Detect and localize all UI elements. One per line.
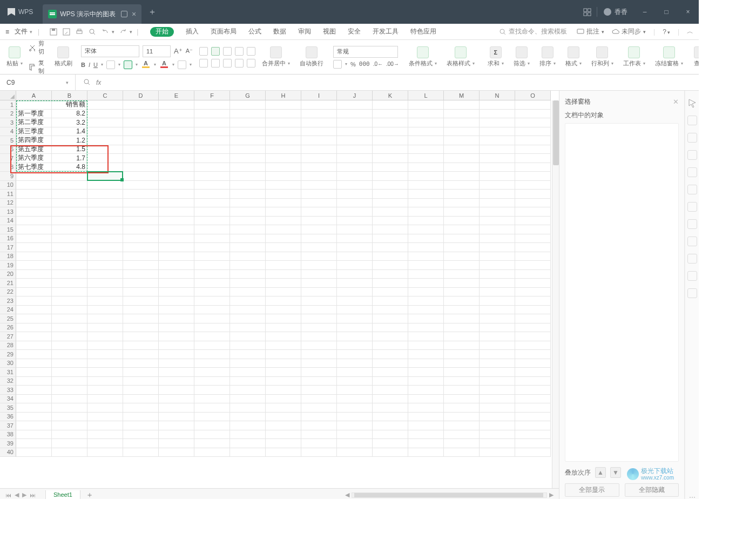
cell[interactable] (337, 270, 373, 279)
cell[interactable] (444, 350, 480, 359)
cell[interactable] (373, 190, 408, 199)
cell[interactable] (266, 368, 301, 377)
column-header[interactable]: D (123, 91, 159, 100)
cell[interactable] (87, 430, 123, 440)
font-name-select[interactable] (81, 45, 139, 57)
tab-view[interactable]: 视图 (323, 24, 336, 40)
row-header[interactable]: 11 (0, 190, 16, 199)
cell[interactable] (159, 377, 194, 386)
cell[interactable] (16, 350, 52, 359)
cell[interactable] (444, 172, 480, 181)
cell[interactable] (194, 118, 230, 127)
cell[interactable] (16, 190, 52, 199)
cell[interactable] (337, 323, 373, 333)
cell[interactable] (444, 430, 480, 440)
cell[interactable] (444, 323, 480, 333)
hide-all-button[interactable]: 全部隐藏 (625, 483, 679, 497)
row-header[interactable]: 2 (0, 110, 16, 119)
cell[interactable] (16, 225, 52, 234)
cell[interactable] (373, 261, 408, 270)
cell[interactable] (123, 288, 159, 297)
align-right-icon[interactable] (223, 59, 232, 68)
rowcol-button[interactable]: 行和列 (588, 46, 617, 68)
column-header[interactable]: I (301, 91, 337, 100)
align-middle-icon[interactable] (211, 47, 220, 56)
cell[interactable] (301, 386, 337, 395)
cell[interactable] (123, 279, 159, 288)
cell[interactable] (480, 225, 515, 234)
row-header[interactable]: 32 (0, 377, 16, 386)
cell[interactable] (194, 199, 230, 208)
cell[interactable] (408, 288, 444, 297)
cursor-select-icon[interactable] (687, 98, 697, 108)
cell[interactable] (123, 386, 159, 395)
row-header[interactable]: 35 (0, 403, 16, 413)
cell[interactable] (266, 332, 301, 341)
cell[interactable] (266, 377, 301, 386)
close-window-button[interactable]: × (677, 0, 699, 24)
cell[interactable] (230, 261, 266, 270)
column-header[interactable]: F (194, 91, 230, 100)
cell[interactable] (444, 252, 480, 261)
cell[interactable] (194, 207, 230, 217)
cell[interactable] (16, 448, 52, 457)
cell[interactable] (194, 430, 230, 440)
cell[interactable] (52, 430, 87, 440)
cell[interactable] (123, 270, 159, 279)
cell[interactable] (159, 323, 194, 333)
cell[interactable] (515, 110, 551, 119)
font-size-select[interactable] (143, 45, 171, 57)
cell[interactable] (408, 359, 444, 368)
cell[interactable] (194, 350, 230, 359)
sheet-nav-prev-icon[interactable]: ◀ (15, 491, 19, 498)
cell[interactable] (480, 243, 515, 252)
cell[interactable] (194, 234, 230, 244)
cell[interactable] (337, 100, 373, 110)
cell[interactable] (87, 190, 123, 199)
cell[interactable] (194, 100, 230, 110)
cell[interactable] (444, 234, 480, 244)
cell[interactable] (373, 377, 408, 386)
cell[interactable] (230, 368, 266, 377)
increase-font-icon[interactable]: A⁺ (174, 47, 183, 55)
cell[interactable] (230, 296, 266, 306)
cell[interactable] (159, 314, 194, 323)
cell[interactable] (230, 127, 266, 137)
cell[interactable] (16, 172, 52, 181)
cell[interactable] (123, 413, 159, 422)
cell[interactable] (87, 341, 123, 350)
cell[interactable] (16, 421, 52, 430)
cell[interactable] (87, 145, 123, 154)
cell[interactable] (16, 439, 52, 448)
cell[interactable] (230, 350, 266, 359)
cell[interactable] (337, 332, 373, 341)
image-icon[interactable] (687, 237, 697, 246)
cell[interactable]: 3.2 (52, 118, 87, 127)
cell[interactable] (230, 217, 266, 226)
cell[interactable] (266, 421, 301, 430)
cell[interactable] (16, 314, 52, 323)
row-header[interactable]: 27 (0, 332, 16, 341)
help-button[interactable]: ?▾ (663, 28, 670, 36)
cell[interactable] (266, 225, 301, 234)
cell[interactable]: 8.2 (52, 110, 87, 119)
undo-icon[interactable] (101, 28, 110, 36)
command-search[interactable]: 查找命令、搜索模板 (499, 27, 567, 36)
cell[interactable] (266, 136, 301, 145)
cell[interactable] (373, 118, 408, 127)
cell[interactable] (408, 413, 444, 422)
cell[interactable] (301, 163, 337, 172)
cell[interactable] (230, 136, 266, 145)
cell[interactable] (373, 225, 408, 234)
cell[interactable] (123, 377, 159, 386)
cell[interactable] (52, 386, 87, 395)
cell[interactable] (515, 217, 551, 226)
cell[interactable] (159, 288, 194, 297)
align-left-icon[interactable] (199, 59, 208, 68)
sheet-nav-last-icon[interactable]: ⏭ (30, 492, 36, 498)
cell[interactable] (408, 314, 444, 323)
cell[interactable] (16, 430, 52, 440)
name-box[interactable]: C9 ▾ (0, 75, 76, 90)
italic-button[interactable]: I (89, 62, 90, 68)
cell[interactable] (123, 261, 159, 270)
